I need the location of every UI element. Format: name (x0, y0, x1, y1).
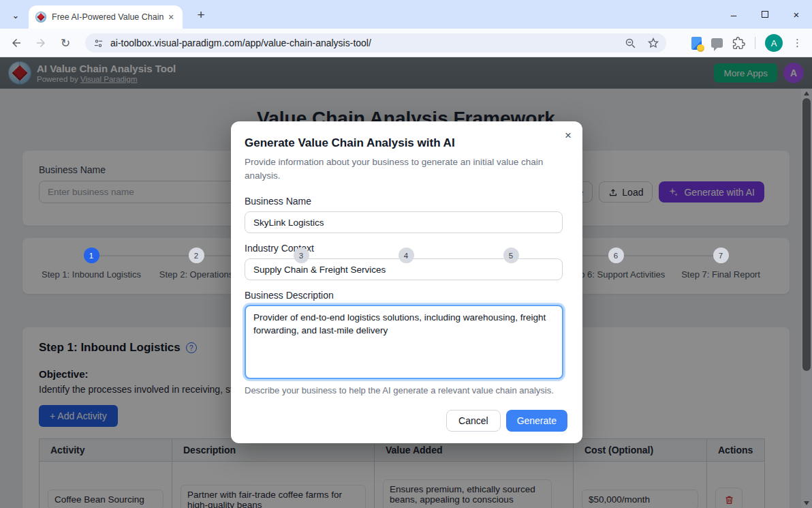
feedback-extension-icon[interactable] (711, 38, 723, 48)
browser-profile-avatar[interactable]: A (765, 34, 783, 52)
browser-tab[interactable]: Free AI-Powered Value Chain An × (29, 5, 183, 29)
step-4-dot[interactable]: 4 (399, 248, 414, 263)
step-1-dot[interactable]: 1 (84, 248, 99, 263)
toolbar-divider (755, 37, 755, 49)
browser-tab-bar: ⌄ Free AI-Powered Value Chain An × + – × (0, 0, 812, 29)
url-text[interactable]: ai-toolbox.visual-paradigm.com/app/value… (110, 38, 625, 48)
scrollbar-down-icon[interactable] (804, 501, 809, 505)
step-7-dot[interactable]: 7 (713, 248, 729, 263)
modal-helper-text: Describe your business to help the AI ge… (245, 385, 569, 395)
step-3-dot[interactable]: 3 (294, 248, 309, 263)
tab-favicon-icon (35, 12, 46, 23)
tab-close-icon[interactable]: × (165, 11, 177, 23)
forward-icon[interactable] (31, 33, 50, 53)
modal-description-textarea[interactable]: Provider of end-to-end logistics solutio… (245, 305, 563, 379)
site-info-icon[interactable] (93, 38, 104, 48)
doc-extension-icon[interactable] (691, 37, 702, 50)
extensions-area: A ⋮ (691, 29, 812, 57)
step-5-dot[interactable]: 5 (503, 248, 519, 263)
bookmark-star-icon[interactable] (647, 37, 659, 49)
step-6-dot[interactable]: 6 (608, 248, 624, 263)
reload-icon[interactable]: ↻ (56, 33, 75, 53)
modal-business-name-input[interactable] (245, 211, 563, 233)
tab-search-chevron-icon[interactable]: ⌄ (7, 7, 25, 23)
new-tab-button[interactable]: + (193, 7, 209, 23)
browser-toolbar: ↻ ai-toolbox.visual-paradigm.com/app/val… (0, 29, 812, 57)
modal-description-label: Business Description (245, 290, 569, 301)
scrollbar-up-icon[interactable] (804, 91, 809, 95)
zoom-out-icon[interactable] (625, 38, 636, 49)
browser-window: ⌄ Free AI-Powered Value Chain An × + – ×… (0, 0, 812, 508)
close-window-button[interactable]: × (781, 0, 812, 29)
maximize-button[interactable] (749, 0, 781, 29)
generate-analysis-modal: × Generate Value Chain Analysis with AI … (231, 121, 582, 443)
generate-button[interactable]: Generate (506, 410, 567, 432)
modal-title: Generate Value Chain Analysis with AI (245, 136, 569, 150)
back-icon[interactable] (7, 33, 26, 53)
modal-close-icon[interactable]: × (565, 130, 572, 141)
modal-business-name-label: Business Name (245, 196, 569, 207)
maximize-icon (762, 11, 768, 18)
page-scrollbar[interactable] (801, 89, 812, 508)
window-controls: – × (718, 0, 812, 29)
cancel-button[interactable]: Cancel (446, 410, 501, 432)
step-2-dot[interactable]: 2 (189, 248, 204, 263)
scrollbar-thumb[interactable] (802, 98, 811, 371)
minimize-button[interactable]: – (718, 0, 749, 29)
browser-menu-icon[interactable]: ⋮ (792, 37, 802, 49)
extensions-puzzle-icon[interactable] (732, 37, 745, 50)
url-bar[interactable]: ai-toolbox.visual-paradigm.com/app/value… (85, 33, 666, 53)
tab-title: Free AI-Powered Value Chain An (52, 12, 165, 22)
modal-subtitle: Provide information about your business … (245, 155, 548, 182)
